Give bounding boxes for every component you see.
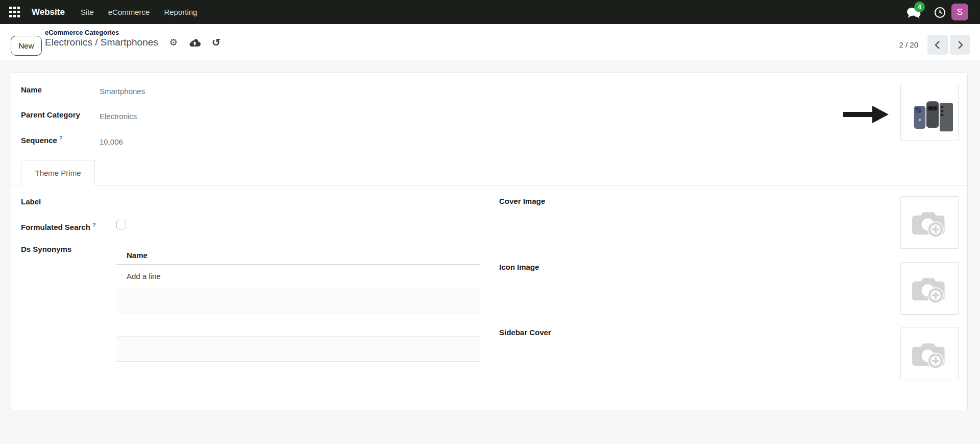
- apps-grid-icon[interactable]: [9, 7, 20, 17]
- breadcrumb: eCommerce Categories Electronics / Smart…: [45, 29, 220, 48]
- menu-reporting[interactable]: Reporting: [157, 0, 204, 24]
- cover-image-field-label: Cover Image: [499, 197, 545, 205]
- table-empty-row: [116, 337, 480, 362]
- breadcrumb-parent-link[interactable]: eCommerce Categories: [45, 29, 220, 36]
- sequence-field-label: Sequence?: [21, 135, 63, 145]
- navbar-menu: Site eCommerce Reporting: [74, 0, 205, 24]
- name-field-value[interactable]: Smartphones: [100, 87, 145, 96]
- app-menu-website[interactable]: Website: [32, 7, 65, 17]
- notebook-tabs: Theme Prime: [11, 160, 967, 185]
- parent-category-field-value[interactable]: Electronics: [100, 112, 137, 121]
- help-icon: ?: [92, 222, 96, 228]
- label-field-label: Label: [21, 197, 41, 206]
- pager: 2 / 20: [899, 35, 970, 55]
- undo-discard-icon[interactable]: ↺: [212, 37, 220, 48]
- cloud-upload-save-icon[interactable]: [189, 38, 201, 47]
- icon-image-upload[interactable]: [900, 262, 959, 315]
- chevron-left-icon: [932, 38, 943, 52]
- activities-clock-icon[interactable]: [934, 7, 946, 20]
- name-field-label: Name: [21, 85, 42, 94]
- pager-value[interactable]: 2 / 20: [899, 40, 918, 49]
- menu-site[interactable]: Site: [74, 0, 101, 24]
- icon-image-field-label: Icon Image: [499, 263, 539, 271]
- camera-plus-icon: [912, 272, 947, 305]
- pager-next-button[interactable]: [950, 35, 970, 55]
- control-panel: New eCommerce Categories Electronics / S…: [0, 24, 980, 60]
- sidebar-cover-field-label: Sidebar Cover: [499, 328, 551, 337]
- form-sheet: Name Smartphones Parent Category Electro…: [11, 72, 968, 410]
- sidebar-cover-upload[interactable]: [900, 328, 959, 380]
- record-title: Electronics / Smartphones: [45, 37, 158, 48]
- formulated-search-field-label: Formulated Search?: [21, 222, 96, 231]
- user-avatar[interactable]: S: [951, 4, 968, 20]
- new-button[interactable]: New: [11, 36, 42, 56]
- table-empty-row: [116, 288, 480, 314]
- gear-icon[interactable]: ⚙: [169, 38, 178, 47]
- help-icon: ?: [59, 135, 63, 141]
- category-image-smartphones[interactable]: [900, 84, 959, 141]
- tab-theme-prime[interactable]: Theme Prime: [21, 160, 95, 185]
- parent-category-field-label: Parent Category: [21, 110, 80, 119]
- add-a-line-button[interactable]: Add a line: [116, 265, 480, 288]
- camera-plus-icon: [912, 206, 947, 239]
- sequence-field-value[interactable]: 10,006: [100, 137, 123, 146]
- table-header-name: Name: [116, 246, 480, 265]
- synonyms-table: Name Add a line: [116, 246, 480, 362]
- formulated-search-checkbox[interactable]: [116, 220, 126, 229]
- ds-synonyms-field-label: Ds Synonyms: [21, 245, 71, 253]
- smartphones-image: [906, 92, 953, 133]
- cover-image-upload[interactable]: [900, 196, 959, 249]
- top-navbar: Website Site eCommerce Reporting 4 S: [0, 0, 980, 24]
- chevron-right-icon: [954, 38, 966, 52]
- camera-plus-icon: [912, 338, 947, 370]
- messages-count-badge: 4: [914, 2, 925, 12]
- menu-ecommerce[interactable]: eCommerce: [101, 0, 157, 24]
- pager-previous-button[interactable]: [927, 35, 948, 55]
- arrow-right-icon: [843, 103, 889, 128]
- table-empty-row: [116, 314, 480, 337]
